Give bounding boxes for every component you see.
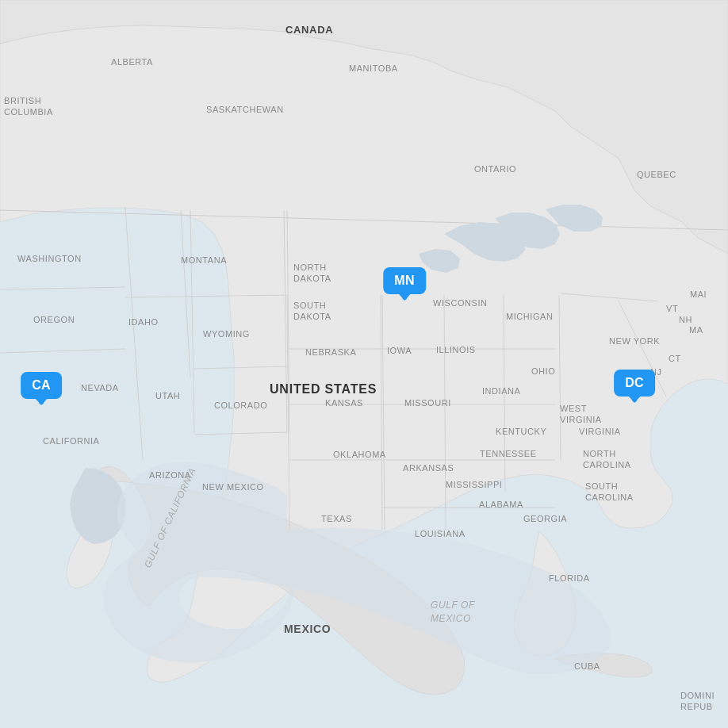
mn-bubble[interactable]: MN [383, 267, 426, 294]
dc-bubble[interactable]: DC [614, 370, 655, 397]
mn-pin[interactable]: MN [383, 267, 426, 300]
map-container: Canada ALBERTA SASKATCHEWAN MANITOBA ONT… [0, 0, 728, 728]
ca-pin[interactable]: CA [21, 372, 62, 404]
dc-pin[interactable]: DC [614, 370, 655, 402]
ca-bubble[interactable]: CA [21, 372, 62, 399]
map-svg [0, 0, 728, 728]
